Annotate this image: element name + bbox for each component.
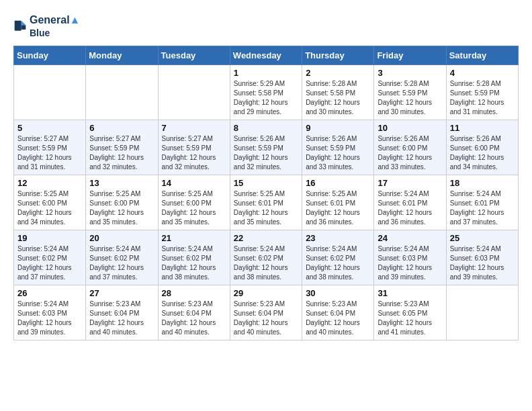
day-number: 19: [17, 233, 82, 243]
day-info: Sunrise: 5:28 AM Sunset: 5:59 PM Dayligh…: [378, 79, 442, 117]
day-number: 16: [306, 178, 370, 188]
logo: General▲ Blue: [13, 13, 80, 39]
calendar-cell: 27Sunrise: 5:23 AM Sunset: 6:04 PM Dayli…: [86, 285, 158, 340]
day-info: Sunrise: 5:27 AM Sunset: 5:59 PM Dayligh…: [162, 134, 226, 172]
day-info: Sunrise: 5:23 AM Sunset: 6:04 PM Dayligh…: [234, 300, 298, 337]
day-number: 23: [306, 233, 370, 243]
day-info: Sunrise: 5:24 AM Sunset: 6:01 PM Dayligh…: [450, 189, 515, 227]
day-number: 14: [162, 178, 226, 188]
day-number: 2: [306, 68, 370, 78]
day-info: Sunrise: 5:24 AM Sunset: 6:02 PM Dayligh…: [17, 244, 82, 282]
day-number: 22: [234, 233, 298, 243]
calendar-cell: 19Sunrise: 5:24 AM Sunset: 6:02 PM Dayli…: [14, 230, 86, 285]
calendar-cell: [86, 65, 158, 120]
calendar-week-row: 26Sunrise: 5:24 AM Sunset: 6:03 PM Dayli…: [14, 285, 519, 340]
day-info: Sunrise: 5:23 AM Sunset: 6:04 PM Dayligh…: [89, 300, 154, 337]
day-info: Sunrise: 5:24 AM Sunset: 6:02 PM Dayligh…: [306, 244, 370, 282]
day-number: 27: [89, 288, 154, 298]
calendar-cell: 1Sunrise: 5:29 AM Sunset: 5:58 PM Daylig…: [230, 65, 302, 120]
day-info: Sunrise: 5:25 AM Sunset: 6:01 PM Dayligh…: [306, 189, 370, 227]
calendar-cell: 5Sunrise: 5:27 AM Sunset: 5:59 PM Daylig…: [14, 120, 86, 175]
day-number: 25: [450, 233, 515, 243]
col-header-saturday: Saturday: [446, 46, 518, 65]
day-info: Sunrise: 5:26 AM Sunset: 5:59 PM Dayligh…: [306, 134, 370, 172]
calendar-week-row: 5Sunrise: 5:27 AM Sunset: 5:59 PM Daylig…: [14, 120, 519, 175]
day-number: 20: [89, 233, 154, 243]
calendar-cell: 12Sunrise: 5:25 AM Sunset: 6:00 PM Dayli…: [14, 175, 86, 230]
day-info: Sunrise: 5:23 AM Sunset: 6:05 PM Dayligh…: [378, 300, 442, 337]
day-info: Sunrise: 5:25 AM Sunset: 6:01 PM Dayligh…: [234, 189, 298, 227]
day-number: 6: [89, 123, 154, 133]
day-info: Sunrise: 5:23 AM Sunset: 6:04 PM Dayligh…: [306, 300, 370, 337]
svg-rect-1: [15, 21, 21, 31]
day-number: 9: [306, 123, 370, 133]
day-info: Sunrise: 5:28 AM Sunset: 5:59 PM Dayligh…: [450, 79, 515, 117]
calendar-table: SundayMondayTuesdayWednesdayThursdayFrid…: [13, 46, 519, 340]
col-header-tuesday: Tuesday: [158, 46, 230, 65]
day-info: Sunrise: 5:24 AM Sunset: 6:02 PM Dayligh…: [89, 244, 154, 282]
day-number: 17: [378, 178, 442, 188]
calendar-cell: 7Sunrise: 5:27 AM Sunset: 5:59 PM Daylig…: [158, 120, 230, 175]
day-info: Sunrise: 5:26 AM Sunset: 5:59 PM Dayligh…: [234, 134, 298, 172]
col-header-sunday: Sunday: [14, 46, 86, 65]
calendar-cell: 10Sunrise: 5:26 AM Sunset: 6:00 PM Dayli…: [374, 120, 446, 175]
day-number: 1: [234, 68, 298, 78]
day-info: Sunrise: 5:23 AM Sunset: 6:04 PM Dayligh…: [162, 300, 226, 337]
calendar-cell: 24Sunrise: 5:24 AM Sunset: 6:03 PM Dayli…: [374, 230, 446, 285]
calendar-cell: [446, 285, 518, 340]
day-info: Sunrise: 5:24 AM Sunset: 6:01 PM Dayligh…: [378, 189, 442, 227]
col-header-monday: Monday: [86, 46, 158, 65]
calendar-cell: 3Sunrise: 5:28 AM Sunset: 5:59 PM Daylig…: [374, 65, 446, 120]
day-number: 31: [378, 288, 442, 298]
calendar-cell: 23Sunrise: 5:24 AM Sunset: 6:02 PM Dayli…: [302, 230, 374, 285]
calendar-cell: 9Sunrise: 5:26 AM Sunset: 5:59 PM Daylig…: [302, 120, 374, 175]
day-number: 26: [17, 288, 82, 298]
day-info: Sunrise: 5:24 AM Sunset: 6:02 PM Dayligh…: [234, 244, 298, 282]
calendar-cell: 30Sunrise: 5:23 AM Sunset: 6:04 PM Dayli…: [302, 285, 374, 340]
calendar-cell: 22Sunrise: 5:24 AM Sunset: 6:02 PM Dayli…: [230, 230, 302, 285]
calendar-cell: 31Sunrise: 5:23 AM Sunset: 6:05 PM Dayli…: [374, 285, 446, 340]
day-info: Sunrise: 5:27 AM Sunset: 5:59 PM Dayligh…: [89, 134, 154, 172]
day-number: 8: [234, 123, 298, 133]
day-number: 28: [162, 288, 226, 298]
calendar-cell: 2Sunrise: 5:28 AM Sunset: 5:58 PM Daylig…: [302, 65, 374, 120]
day-number: 7: [162, 123, 226, 133]
calendar-cell: 11Sunrise: 5:26 AM Sunset: 6:00 PM Dayli…: [446, 120, 518, 175]
calendar-cell: 18Sunrise: 5:24 AM Sunset: 6:01 PM Dayli…: [446, 175, 518, 230]
svg-marker-2: [21, 26, 26, 30]
day-number: 3: [378, 68, 442, 78]
calendar-cell: 26Sunrise: 5:24 AM Sunset: 6:03 PM Dayli…: [14, 285, 86, 340]
day-number: 11: [450, 123, 515, 133]
day-number: 30: [306, 288, 370, 298]
col-header-friday: Friday: [374, 46, 446, 65]
day-number: 15: [234, 178, 298, 188]
calendar-cell: [14, 65, 86, 120]
day-info: Sunrise: 5:28 AM Sunset: 5:58 PM Dayligh…: [306, 79, 370, 117]
day-info: Sunrise: 5:25 AM Sunset: 6:00 PM Dayligh…: [89, 189, 154, 227]
calendar-cell: [158, 65, 230, 120]
calendar-cell: 28Sunrise: 5:23 AM Sunset: 6:04 PM Dayli…: [158, 285, 230, 340]
calendar-cell: 8Sunrise: 5:26 AM Sunset: 5:59 PM Daylig…: [230, 120, 302, 175]
col-header-thursday: Thursday: [302, 46, 374, 65]
calendar-cell: 4Sunrise: 5:28 AM Sunset: 5:59 PM Daylig…: [446, 65, 518, 120]
calendar-cell: 17Sunrise: 5:24 AM Sunset: 6:01 PM Dayli…: [374, 175, 446, 230]
day-info: Sunrise: 5:27 AM Sunset: 5:59 PM Dayligh…: [17, 134, 82, 172]
calendar-cell: 16Sunrise: 5:25 AM Sunset: 6:01 PM Dayli…: [302, 175, 374, 230]
day-info: Sunrise: 5:26 AM Sunset: 6:00 PM Dayligh…: [378, 134, 442, 172]
calendar-cell: 21Sunrise: 5:24 AM Sunset: 6:02 PM Dayli…: [158, 230, 230, 285]
calendar-cell: 6Sunrise: 5:27 AM Sunset: 5:59 PM Daylig…: [86, 120, 158, 175]
calendar-cell: 15Sunrise: 5:25 AM Sunset: 6:01 PM Dayli…: [230, 175, 302, 230]
logo-text: General▲ Blue: [30, 13, 80, 39]
day-number: 12: [17, 178, 82, 188]
calendar-cell: 25Sunrise: 5:24 AM Sunset: 6:03 PM Dayli…: [446, 230, 518, 285]
calendar-week-row: 12Sunrise: 5:25 AM Sunset: 6:00 PM Dayli…: [14, 175, 519, 230]
calendar-week-row: 1Sunrise: 5:29 AM Sunset: 5:58 PM Daylig…: [14, 65, 519, 120]
day-number: 21: [162, 233, 226, 243]
logo-icon: [13, 19, 27, 33]
day-number: 10: [378, 123, 442, 133]
day-info: Sunrise: 5:29 AM Sunset: 5:58 PM Dayligh…: [234, 79, 298, 117]
calendar-cell: 29Sunrise: 5:23 AM Sunset: 6:04 PM Dayli…: [230, 285, 302, 340]
day-number: 29: [234, 288, 298, 298]
day-number: 4: [450, 68, 515, 78]
day-info: Sunrise: 5:25 AM Sunset: 6:00 PM Dayligh…: [162, 189, 226, 227]
